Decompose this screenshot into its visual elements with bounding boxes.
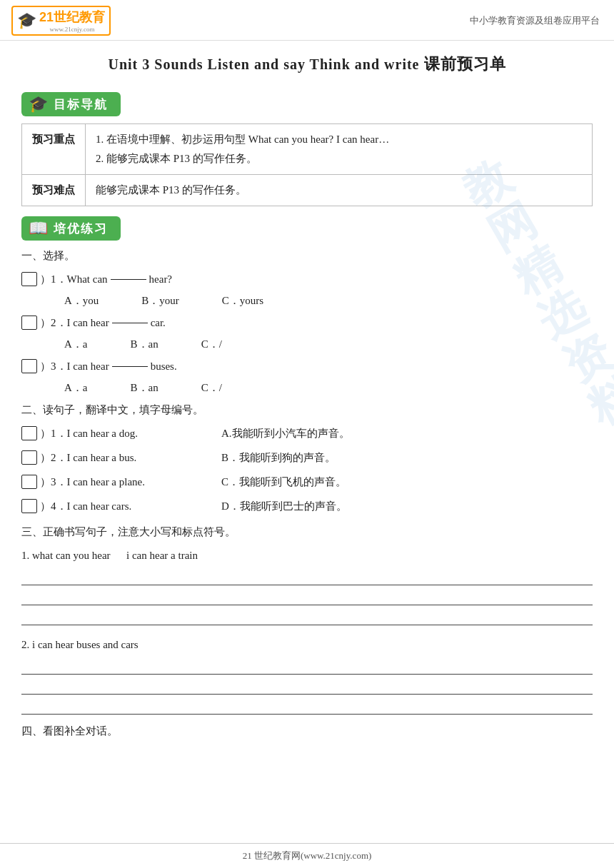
option-3a: A．a <box>64 381 88 395</box>
match-num-4: ）4．I can hear cars. <box>40 495 131 517</box>
option-2b: B．an <box>131 338 158 351</box>
write-num-2: 2. i can hear buses and cars <box>21 639 139 650</box>
blank-2 <box>112 323 148 323</box>
item3-after: buses. <box>151 355 177 377</box>
item2-after: car. <box>151 312 166 333</box>
match-row-2: ）2．I can hear a bus. B．我能听到狗的声音。 <box>21 447 593 468</box>
section2-header: 📖 培优练习 <box>21 216 593 241</box>
option-2c: C．/ <box>201 338 222 351</box>
answer-box-3 <box>21 359 37 373</box>
section2-header-box: 📖 培优练习 <box>21 216 121 241</box>
write-sentence-1: 1. what can you hear i can hear a train <box>21 546 593 565</box>
item2-number: ）2．I can hear <box>40 312 109 333</box>
option-1a: A．you <box>64 294 99 308</box>
blank-3 <box>112 366 148 367</box>
item1-number: ）1．What can <box>40 268 108 290</box>
page-header: 🎓 21世纪教育 www.21cnjy.com 中小学教育资源及组卷应用平台 <box>0 0 614 41</box>
main-title: Unit 3 Sounds Listen and say Think and w… <box>0 41 614 82</box>
answer-line-2c <box>21 697 593 715</box>
match-right-1: A.我能听到小汽车的声音。 <box>221 423 593 444</box>
option-2a: A．a <box>64 338 88 351</box>
title-text-cn: 课前预习单 <box>424 55 506 73</box>
difficulty-label: 预习难点 <box>22 175 86 206</box>
section2-label: 培优练习 <box>54 221 108 237</box>
blank-1 <box>111 279 146 280</box>
answer-box-2 <box>21 316 37 330</box>
key-content-1: 1. 在语境中理解、初步运用句型 What can you hear? I ca… <box>86 124 593 175</box>
write-section-2: 2. i can hear buses and cars <box>21 635 593 715</box>
study-table: 预习重点 1. 在语境中理解、初步运用句型 What can you hear?… <box>21 123 593 206</box>
answer-lines-1 <box>21 568 593 625</box>
logo-text-main: 21世纪教育 <box>39 10 105 24</box>
answer-line-1a <box>21 568 593 585</box>
table-row-key: 预习重点 1. 在语境中理解、初步运用句型 What can you hear?… <box>22 124 593 175</box>
option-3c: C．/ <box>201 381 222 395</box>
match-row-1: ）1．I can hear a dog. A.我能听到小汽车的声音。 <box>21 423 593 444</box>
footer-text: 21 世纪教育网(www.21cnjy.com) <box>243 850 372 861</box>
key-content-line2: 2. 能够完成课本 P13 的写作任务。 <box>96 149 582 168</box>
match-num-3: ）3．I can hear a plane. <box>40 471 145 493</box>
exercise-item-2: ）2．I can hear car. <box>21 312 593 333</box>
option-1b: B．your <box>141 294 179 308</box>
match-right-2: B．我能听到狗的声音。 <box>221 447 593 468</box>
header-right-text: 中小学教育资源及组卷应用平台 <box>470 14 600 27</box>
answer-line-2b <box>21 677 593 695</box>
exercise-item-3: ）3．I can hear buses. <box>21 355 593 377</box>
logo-icon: 🎓 <box>17 11 36 30</box>
match-right-4: D．我能听到巴士的声音。 <box>221 495 593 517</box>
key-content-line1: 1. 在语境中理解、初步运用句型 What can you hear? I ca… <box>96 130 582 149</box>
item1-after: hear? <box>149 268 172 290</box>
match-box-4 <box>21 499 37 513</box>
match-num-2: ）2．I can hear a bus. <box>40 447 136 468</box>
part1-title: 一、选择。 <box>21 249 593 263</box>
write-num-1: 1. what can you hear i can hear a train <box>21 550 198 561</box>
difficulty-content: 能够完成课本 P13 的写作任务。 <box>86 175 593 206</box>
part2-title: 二、读句子，翻译中文，填字母编号。 <box>21 403 593 417</box>
logo-area: 🎓 21世纪教育 www.21cnjy.com <box>11 6 111 36</box>
match-box-1 <box>21 426 37 440</box>
match-left-1: ）1．I can hear a dog. <box>21 423 221 444</box>
difficulty-content-line1: 能够完成课本 P13 的写作任务。 <box>96 181 582 200</box>
write-section-1: 1. what can you hear i can hear a train <box>21 546 593 625</box>
content-area: 一、选择。 ）1．What can hear? A．you B．your C．y… <box>21 249 593 738</box>
answer-line-1b <box>21 588 593 605</box>
write-sentence-2: 2. i can hear buses and cars <box>21 635 593 655</box>
table-row-difficulty: 预习难点 能够完成课本 P13 的写作任务。 <box>22 175 593 206</box>
match-box-3 <box>21 475 37 489</box>
match-row-3: ）3．I can hear a plane. C．我能听到飞机的声音。 <box>21 471 593 493</box>
logo-box: 🎓 21世纪教育 www.21cnjy.com <box>11 6 111 36</box>
section1-label: 目标导航 <box>54 96 108 113</box>
book-icon: 📖 <box>29 219 48 238</box>
graduation-icon: 🎓 <box>29 95 48 113</box>
section1-header-box: 🎓 目标导航 <box>21 92 121 116</box>
match-left-2: ）2．I can hear a bus. <box>21 447 221 468</box>
answer-line-1c <box>21 608 593 625</box>
page-footer: 21 世纪教育网(www.21cnjy.com) <box>0 843 614 868</box>
key-label-1: 预习重点 <box>22 124 86 175</box>
answer-box-1 <box>21 272 37 286</box>
match-row-4: ）4．I can hear cars. D．我能听到巴士的声音。 <box>21 495 593 517</box>
options-row-2: A．a B．an C．/ <box>64 338 593 351</box>
option-1c: C．yours <box>222 294 263 308</box>
item3-number: ）3．I can hear <box>40 355 109 377</box>
logo-text-sub: www.21cnjy.com <box>39 26 105 33</box>
answer-lines-2 <box>21 657 593 715</box>
section1-header: 🎓 目标导航 <box>21 92 593 116</box>
answer-line-2a <box>21 657 593 675</box>
options-row-3: A．a B．an C．/ <box>64 381 593 395</box>
option-3b: B．an <box>131 381 158 395</box>
match-right-3: C．我能听到飞机的声音。 <box>221 471 593 493</box>
part3-title: 三、正确书写句子，注意大小写和标点符号。 <box>21 525 593 539</box>
exercise-item-1: ）1．What can hear? <box>21 268 593 290</box>
part4-title: 四、看图补全对话。 <box>21 725 593 738</box>
match-num-1: ）1．I can hear a dog. <box>40 423 138 444</box>
title-text-en: Unit 3 Sounds Listen and say Think and w… <box>109 56 420 72</box>
match-box-2 <box>21 450 37 465</box>
match-left-3: ）3．I can hear a plane. <box>21 471 221 493</box>
options-row-1: A．you B．your C．yours <box>64 294 593 308</box>
match-left-4: ）4．I can hear cars. <box>21 495 221 517</box>
